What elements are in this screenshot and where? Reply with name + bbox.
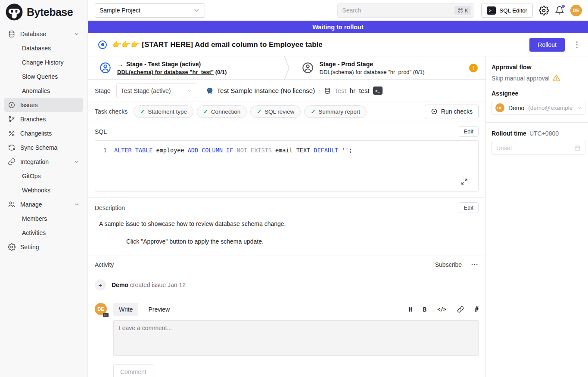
issue-title: 👉👉👉 [START HERE] Add email column to Emp…: [112, 40, 323, 49]
description-text: Click "Approve" button to apply the sche…: [95, 238, 479, 245]
database-icon: [8, 30, 16, 38]
sql-editor[interactable]: 1 ALTER TABLE employee ADD COLUMN IF NOT…: [95, 140, 479, 192]
chevron-down-icon: [74, 201, 80, 207]
stage-prod[interactable]: Stage - Prod Stage DDL(schema) for datab…: [290, 56, 486, 79]
panel-divider: [486, 122, 588, 123]
stage-strip: → Stage - Test Stage (active) DDL(schema…: [88, 56, 485, 80]
open-sql-editor-icon[interactable]: >_: [373, 87, 383, 95]
main-column: Sample Project ⌘ K >_ SQL Editor DE Wait…: [88, 0, 588, 377]
sidebar-item-change-history[interactable]: Change History: [4, 55, 83, 69]
tab-write[interactable]: Write: [113, 303, 138, 316]
sidebar-item-branches[interactable]: Branches: [4, 112, 83, 126]
sql-edit-button[interactable]: Edit: [459, 126, 479, 137]
sidebar-item-members[interactable]: Members: [4, 211, 83, 226]
link-icon[interactable]: [457, 306, 464, 313]
hash-icon[interactable]: #: [475, 306, 479, 313]
fullscreen-expand-icon[interactable]: [461, 178, 468, 185]
sidebar-item-gitops[interactable]: GitOps: [4, 169, 83, 183]
search-box[interactable]: ⌘ K: [337, 3, 474, 18]
sidebar-item-database[interactable]: Database: [4, 27, 83, 41]
stage-title: Stage - Test Stage (active): [126, 61, 201, 68]
sidebar-item-sync-schema[interactable]: Sync Schema: [4, 140, 83, 155]
check-summary-report[interactable]: ✓ Summary report: [304, 105, 367, 118]
sidebar-item-databases[interactable]: Databases: [4, 41, 83, 55]
run-icon: [431, 108, 438, 115]
check-connection[interactable]: ✓ Connection: [197, 105, 247, 118]
more-options-icon[interactable]: ···: [471, 261, 479, 268]
check-icon: ✓: [311, 108, 315, 115]
assignee-email: (demo@example: [528, 105, 572, 111]
sql-editor-button[interactable]: >_ SQL Editor: [481, 3, 533, 18]
subscribe-button[interactable]: Subscribe: [435, 261, 462, 268]
stage-progress: (0/1): [413, 69, 425, 75]
actor-name: Demo: [112, 281, 128, 288]
speech-bubble-icon: [103, 313, 109, 317]
changelist-icon: [8, 130, 16, 137]
rollout-button[interactable]: Rollout: [529, 38, 565, 52]
stage-person-icon: [302, 62, 314, 74]
check-statement-type[interactable]: ✓ Statement type: [134, 105, 193, 118]
git-branch-icon: [8, 115, 16, 123]
sidebar-item-integration[interactable]: Integration: [4, 155, 83, 169]
kebab-menu-icon[interactable]: ⋮: [573, 40, 581, 49]
approval-flow-label: Approval flow: [492, 64, 585, 71]
gear-icon: [8, 243, 16, 251]
activity-label: Activity: [95, 261, 114, 268]
database-breadcrumb: Test Sample Instance (No license) › Test…: [206, 87, 383, 95]
stage-task: DDL(schema) for database "hr_test": [117, 69, 214, 75]
tab-preview[interactable]: Preview: [143, 303, 175, 316]
search-shortcut-badge: ⌘ K: [454, 6, 471, 15]
comment-input[interactable]: [113, 320, 479, 356]
sidebar-item-issues[interactable]: Issues: [4, 98, 83, 112]
users-icon: [8, 201, 16, 208]
notification-bell-icon[interactable]: [555, 6, 564, 15]
description-edit-button[interactable]: Edit: [459, 202, 479, 213]
chevron-down-icon: [74, 31, 80, 37]
description-section: Description Edit A sample issue to showc…: [88, 197, 485, 252]
check-sql-review[interactable]: ✓ SQL review: [250, 105, 301, 118]
issue-header: 👉👉👉 [START HERE] Add email column to Emp…: [88, 33, 588, 56]
database-name[interactable]: hr_test: [350, 87, 370, 94]
bold-icon[interactable]: B: [423, 306, 426, 313]
terminal-icon: >_: [487, 6, 496, 15]
bytebase-logo-icon: [5, 3, 23, 21]
status-banner: Waiting to rollout: [88, 21, 588, 33]
sidebar-nav: Database Databases Change History Slow Q…: [0, 24, 87, 256]
plus-icon: +: [95, 279, 106, 290]
sidebar-item-webhooks[interactable]: Webhooks: [4, 183, 83, 197]
run-checks-button[interactable]: Run checks: [425, 105, 479, 118]
stage-test[interactable]: → Stage - Test Stage (active) DDL(schema…: [88, 56, 283, 79]
code-icon[interactable]: </>: [437, 306, 446, 312]
topbar: Sample Project ⌘ K >_ SQL Editor DE: [88, 0, 588, 21]
project-selector[interactable]: Sample Project: [95, 3, 205, 18]
description-label: Description: [95, 204, 125, 211]
stage-selector-row: Stage Test Stage (active) Test Sample In…: [88, 80, 485, 102]
brand-name: Bytebase: [27, 6, 73, 19]
search-input[interactable]: [342, 7, 454, 14]
stage-progress: (0/1): [215, 69, 227, 75]
sidebar-item-activities[interactable]: Activities: [4, 226, 83, 240]
stage-task: DDL(schema) for database "hr_prod": [320, 69, 412, 75]
assignee-select[interactable]: DE Demo (demo@example: [492, 101, 585, 115]
warning-triangle-icon: [553, 74, 560, 82]
rollout-time-picker[interactable]: Unset: [492, 141, 585, 155]
comment-submit-button[interactable]: Comment: [113, 364, 153, 377]
settings-gear-icon[interactable]: [539, 6, 549, 15]
instance-name[interactable]: Test Sample Instance (No license): [217, 87, 315, 94]
heading-icon[interactable]: H: [408, 306, 412, 313]
activity-entry: + Demo created issue Jan 12: [95, 279, 479, 290]
stage-dropdown[interactable]: Test Stage (active): [116, 83, 197, 98]
sidebar-item-manage[interactable]: Manage: [4, 197, 83, 211]
sidebar-item-changelists[interactable]: Changelists: [4, 126, 83, 140]
chevron-down-icon: [187, 88, 193, 94]
postgres-icon: [206, 87, 214, 95]
brand-logo[interactable]: Bytebase: [0, 0, 87, 24]
chevron-down-icon: [193, 6, 200, 14]
rollout-timezone: UTC+0800: [529, 130, 559, 137]
assignee-avatar: DE: [495, 103, 504, 112]
user-avatar[interactable]: DE: [570, 5, 582, 16]
stage-arrow-icon: →: [117, 61, 123, 68]
sidebar-item-slow-queries[interactable]: Slow Queries: [4, 69, 83, 83]
sidebar-item-anomalies[interactable]: Anomalies: [4, 83, 83, 98]
sidebar-item-setting[interactable]: Setting: [4, 240, 83, 254]
